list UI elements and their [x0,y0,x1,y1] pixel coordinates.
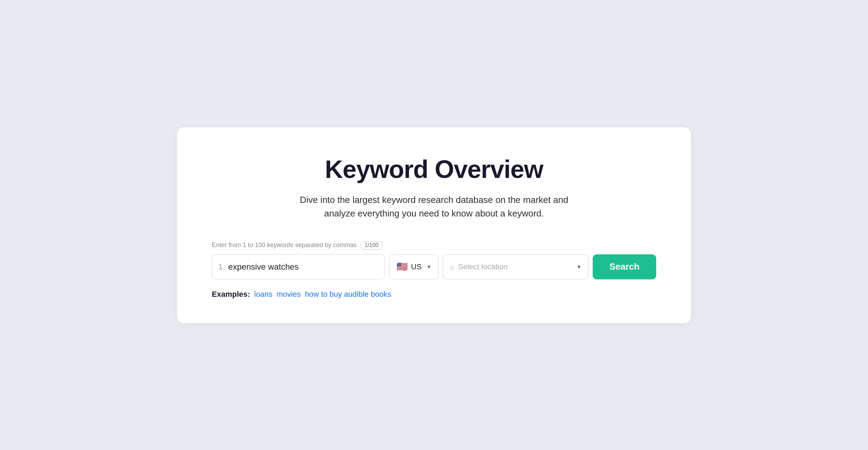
country-chevron-icon: ▼ [426,264,431,270]
search-button[interactable]: Search [593,254,656,279]
page-title: Keyword Overview [212,155,656,183]
example-link-audible[interactable]: how to buy audible books [305,290,391,299]
keyword-input[interactable] [228,262,378,272]
country-flag: 🇺🇸 [397,261,408,272]
keyword-input-wrapper: 1. [212,254,385,279]
keyword-number: 1. [218,262,225,271]
example-link-movies[interactable]: movies [277,290,301,299]
example-link-loans[interactable]: loans [254,290,273,299]
country-dropdown[interactable]: 🇺🇸 US ▼ [389,254,439,279]
examples-label: Examples: [212,290,250,299]
location-pin-icon: ⌕ [450,262,454,271]
search-row: 1. 🇺🇸 US ▼ ⌕ Select location ▼ Search [212,254,656,279]
keyword-count-label: Enter from 1 to 100 keywords separated b… [212,241,656,249]
country-code: US [411,262,422,271]
main-card: Keyword Overview Dive into the largest k… [177,127,691,323]
location-dropdown[interactable]: ⌕ Select location ▼ [443,254,589,279]
examples-row: Examples: loans movies how to buy audibl… [212,290,656,299]
location-chevron-icon: ▼ [576,264,581,270]
location-placeholder: Select location [458,262,571,271]
count-badge: 1/100 [360,241,383,249]
subtitle: Dive into the largest keyword research d… [285,193,583,220]
